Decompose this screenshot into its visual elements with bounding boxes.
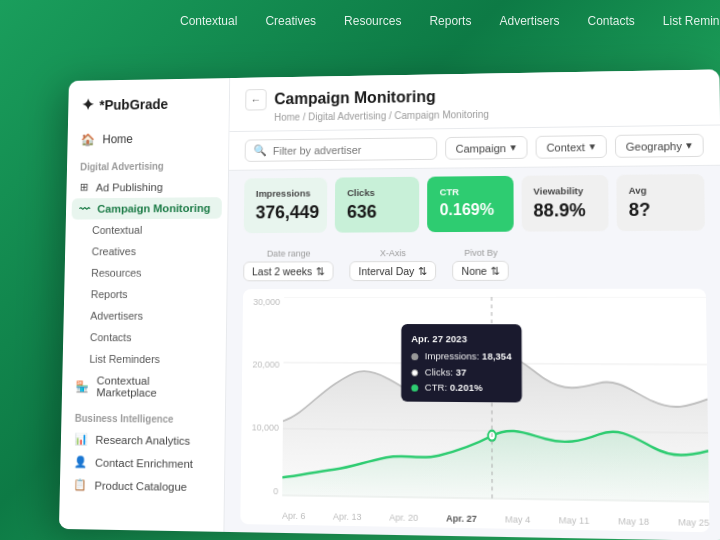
y-label-30k: 30,000 (253, 297, 280, 307)
chart-controls: Date range Last 2 weeks ⇅ X-Axis Interva… (243, 247, 706, 281)
search-input[interactable] (273, 143, 428, 157)
pivot-by-select[interactable]: None ⇅ (453, 261, 510, 281)
top-nav: Contextual Creatives Resources Reports A… (180, 14, 720, 28)
geography-chevron-icon: ▾ (686, 139, 692, 152)
sidebar-item-contact-enrichment[interactable]: 👤 Contact Enrichment (60, 450, 224, 475)
list-reminders-label: List Reminders (89, 353, 160, 365)
chart-section: Date range Last 2 weeks ⇅ X-Axis Interva… (224, 239, 720, 540)
date-range-label: Date range (243, 248, 334, 258)
x-label-may11: May 11 (559, 515, 590, 526)
context-filter-button[interactable]: Context ▾ (535, 135, 606, 159)
logo: ✦ *PubGrade (68, 93, 229, 127)
page-title: Campaign Monitoring (274, 88, 435, 108)
date-range-value: Last 2 weeks (252, 265, 312, 277)
x-label-apr27: Apr. 27 (446, 513, 477, 524)
geography-filter-button[interactable]: Geography ▾ (614, 134, 703, 158)
impressions-value: 376,449 (256, 202, 316, 223)
nav-advertisers[interactable]: Advertisers (499, 14, 559, 28)
logo-text: *PubGrade (99, 96, 168, 112)
sidebar-item-resources[interactable]: Resources (64, 262, 226, 284)
metric-ctr: CTR 0.169% (428, 176, 514, 232)
sidebar: ✦ *PubGrade 🏠 Home Digital Advertising ⊞… (59, 78, 230, 532)
metrics-row: Impressions 376,449 Clicks 636 CTR 0.169… (228, 166, 720, 241)
campaign-monitoring-label: Campaign Monitoring (97, 202, 210, 214)
nav-list-reminders[interactable]: List Reminders (663, 14, 720, 28)
ad-publishing-label: Ad Publishing (96, 181, 163, 193)
advertisers-label: Advertisers (90, 310, 143, 322)
y-label-0: 0 (273, 486, 278, 496)
sidebar-item-ad-publishing[interactable]: ⊞ Ad Publishing (66, 175, 228, 199)
sidebar-item-contacts[interactable]: Contacts (63, 326, 226, 348)
campaign-chevron-icon: ▾ (510, 141, 516, 154)
sidebar-item-contextual[interactable]: Contextual (65, 219, 227, 241)
viewability-value: 88.9% (533, 200, 596, 221)
x-label-apr20: Apr. 20 (389, 512, 418, 523)
chart-x-labels: Apr. 6 Apr. 13 Apr. 20 Apr. 27 May 4 May… (282, 511, 709, 528)
x-axis-chevron-icon: ⇅ (418, 265, 427, 277)
main-content: ← Campaign Monitoring Home / Digital Adv… (224, 69, 720, 540)
avg-label: Avg (629, 184, 692, 196)
sidebar-item-creatives[interactable]: Creatives (65, 240, 227, 262)
pivot-by-label: Pivot By (453, 248, 510, 258)
research-label: Research Analytics (95, 433, 190, 446)
main-panel: ✦ *PubGrade 🏠 Home Digital Advertising ⊞… (59, 69, 720, 540)
nav-creatives[interactable]: Creatives (265, 14, 316, 28)
section-label-digital: Digital Advertising (67, 150, 229, 176)
resources-label: Resources (91, 267, 141, 279)
campaign-monitoring-icon: 〰 (79, 203, 90, 215)
sidebar-item-campaign-monitoring[interactable]: 〰 Campaign Monitoring (72, 197, 222, 219)
reports-label: Reports (91, 288, 128, 300)
back-button[interactable]: ← (245, 89, 266, 111)
nav-reports[interactable]: Reports (429, 14, 471, 28)
marketplace-icon: 🏪 (75, 380, 89, 393)
contextual-label: Contextual (92, 224, 142, 236)
y-label-10k: 10,000 (252, 422, 279, 432)
x-label-may4: May 4 (505, 514, 530, 525)
metric-impressions: Impressions 376,449 (244, 178, 328, 233)
nav-contextual[interactable]: Contextual (180, 14, 237, 28)
sidebar-item-reports[interactable]: Reports (64, 283, 227, 305)
x-label-apr6: Apr. 6 (282, 511, 306, 522)
date-range-chevron-icon: ⇅ (316, 265, 325, 277)
nav-resources[interactable]: Resources (344, 14, 401, 28)
sidebar-item-home[interactable]: 🏠 Home (67, 125, 228, 152)
sidebar-item-list-reminders[interactable]: List Reminders (63, 348, 226, 370)
ctr-label: CTR (440, 186, 501, 197)
filter-row: 🔍 Campaign ▾ Context ▾ Geography ▾ (229, 126, 720, 171)
x-label-may18: May 18 (618, 516, 649, 527)
section-label-bi: Business Intelligence (61, 403, 225, 429)
creatives-label: Creatives (92, 245, 137, 257)
sidebar-item-research-analytics[interactable]: 📊 Research Analytics (61, 428, 225, 453)
sidebar-item-contextual-marketplace[interactable]: 🏪 Contextual Marketplace (62, 369, 226, 404)
content-header: ← Campaign Monitoring Home / Digital Adv… (230, 69, 720, 132)
x-axis-label: X-Axis (350, 248, 437, 258)
x-axis-select[interactable]: Interval Day ⇅ (350, 261, 437, 281)
metric-clicks: Clicks 636 (335, 177, 420, 233)
catalogue-icon: 📋 (73, 478, 87, 491)
avg-value: 8? (629, 199, 693, 221)
marketplace-label: Contextual Marketplace (96, 375, 211, 400)
search-box[interactable]: 🔍 (245, 137, 437, 162)
x-axis-value: Interval Day (359, 265, 415, 277)
sidebar-item-advertisers[interactable]: Advertisers (63, 305, 226, 327)
chart-area: 30,000 20,000 10,000 0 (240, 289, 709, 533)
chart-svg-container (282, 297, 709, 503)
campaign-filter-button[interactable]: Campaign ▾ (445, 136, 528, 160)
contacts-label: Contacts (90, 331, 132, 343)
context-chevron-icon: ▾ (589, 140, 595, 153)
metric-avg: Avg 8? (616, 174, 705, 231)
impressions-label: Impressions (256, 188, 316, 199)
research-icon: 📊 (74, 433, 88, 446)
x-label-may25: May 25 (678, 517, 709, 528)
pivot-by-value: None (462, 265, 487, 277)
logo-icon: ✦ (81, 96, 94, 114)
date-range-control: Date range Last 2 weeks ⇅ (243, 248, 334, 281)
sidebar-item-product-catalogue[interactable]: 📋 Product Catalogue (60, 473, 224, 498)
x-axis-control: X-Axis Interval Day ⇅ (350, 248, 437, 281)
nav-contacts[interactable]: Contacts (587, 14, 634, 28)
clicks-value: 636 (347, 202, 408, 223)
viewability-label: Viewability (533, 185, 595, 197)
home-icon: 🏠 (81, 133, 95, 147)
ctr-value: 0.169% (440, 201, 502, 219)
date-range-select[interactable]: Last 2 weeks ⇅ (243, 261, 334, 281)
